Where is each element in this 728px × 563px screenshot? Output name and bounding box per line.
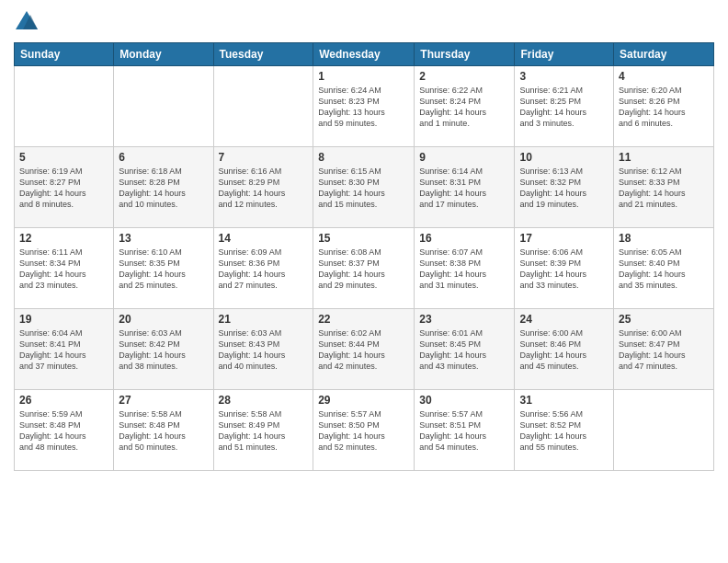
day-cell: 30Sunrise: 5:57 AMSunset: 8:51 PMDayligh… [415, 390, 515, 471]
day-cell: 15Sunrise: 6:08 AMSunset: 8:37 PMDayligh… [313, 228, 415, 309]
day-number: 17 [519, 232, 609, 245]
day-info: Sunrise: 5:57 AMSunset: 8:50 PMDaylight:… [318, 408, 409, 454]
day-number: 21 [219, 313, 309, 326]
day-cell [15, 66, 114, 147]
day-number: 9 [419, 151, 509, 164]
day-info: Sunrise: 6:04 AMSunset: 8:41 PMDaylight:… [19, 327, 108, 373]
day-cell: 9Sunrise: 6:14 AMSunset: 8:31 PMDaylight… [415, 147, 515, 228]
day-info: Sunrise: 6:13 AMSunset: 8:32 PMDaylight:… [519, 166, 609, 211]
day-number: 6 [119, 151, 208, 164]
day-cell: 28Sunrise: 5:58 AMSunset: 8:49 PMDayligh… [213, 390, 313, 471]
day-cell: 2Sunrise: 6:22 AMSunset: 8:24 PMDaylight… [415, 66, 515, 147]
day-number: 19 [19, 313, 108, 326]
day-info: Sunrise: 6:08 AMSunset: 8:37 PMDaylight:… [318, 247, 409, 292]
day-cell: 14Sunrise: 6:09 AMSunset: 8:36 PMDayligh… [213, 228, 313, 309]
day-info: Sunrise: 6:03 AMSunset: 8:42 PMDaylight:… [119, 327, 208, 373]
day-cell: 6Sunrise: 6:18 AMSunset: 8:28 PMDaylight… [114, 147, 213, 228]
day-cell: 26Sunrise: 5:59 AMSunset: 8:48 PMDayligh… [15, 390, 114, 471]
day-info: Sunrise: 6:05 AMSunset: 8:40 PMDaylight:… [619, 247, 709, 292]
day-info: Sunrise: 6:01 AMSunset: 8:45 PMDaylight:… [419, 327, 509, 373]
day-info: Sunrise: 6:16 AMSunset: 8:29 PMDaylight:… [219, 166, 309, 211]
day-number: 28 [219, 394, 309, 407]
day-info: Sunrise: 6:15 AMSunset: 8:30 PMDaylight:… [318, 166, 409, 211]
day-info: Sunrise: 6:06 AMSunset: 8:39 PMDaylight:… [519, 247, 609, 292]
day-cell: 17Sunrise: 6:06 AMSunset: 8:39 PMDayligh… [515, 228, 614, 309]
day-info: Sunrise: 6:22 AMSunset: 8:24 PMDaylight:… [419, 85, 509, 130]
day-cell: 22Sunrise: 6:02 AMSunset: 8:44 PMDayligh… [313, 309, 415, 390]
day-number: 23 [419, 313, 509, 326]
day-cell: 4Sunrise: 6:20 AMSunset: 8:26 PMDaylight… [614, 66, 714, 147]
day-info: Sunrise: 6:03 AMSunset: 8:43 PMDaylight:… [219, 327, 309, 373]
day-info: Sunrise: 6:00 AMSunset: 8:46 PMDaylight:… [519, 327, 609, 373]
day-number: 8 [318, 151, 409, 164]
week-row-4: 26Sunrise: 5:59 AMSunset: 8:48 PMDayligh… [15, 390, 714, 471]
day-info: Sunrise: 6:18 AMSunset: 8:28 PMDaylight:… [119, 166, 208, 211]
day-number: 2 [419, 70, 509, 83]
day-cell: 8Sunrise: 6:15 AMSunset: 8:30 PMDaylight… [313, 147, 415, 228]
day-info: Sunrise: 5:58 AMSunset: 8:48 PMDaylight:… [119, 408, 208, 454]
day-cell: 25Sunrise: 6:00 AMSunset: 8:47 PMDayligh… [614, 309, 714, 390]
day-number: 22 [318, 313, 409, 326]
day-number: 18 [619, 232, 709, 245]
day-info: Sunrise: 5:59 AMSunset: 8:48 PMDaylight:… [19, 408, 108, 454]
day-cell [114, 66, 213, 147]
calendar-table: SundayMondayTuesdayWednesdayThursdayFrid… [14, 42, 714, 471]
day-info: Sunrise: 6:14 AMSunset: 8:31 PMDaylight:… [419, 166, 509, 211]
day-number: 20 [119, 313, 208, 326]
day-number: 15 [318, 232, 409, 245]
day-header-monday: Monday [114, 43, 213, 66]
day-number: 24 [519, 313, 609, 326]
day-number: 30 [419, 394, 509, 407]
day-number: 16 [419, 232, 509, 245]
day-number: 12 [19, 232, 108, 245]
day-header-sunday: Sunday [15, 43, 114, 66]
day-cell: 7Sunrise: 6:16 AMSunset: 8:29 PMDaylight… [213, 147, 313, 228]
day-info: Sunrise: 5:57 AMSunset: 8:51 PMDaylight:… [419, 408, 509, 454]
day-number: 26 [19, 394, 108, 407]
header-row: SundayMondayTuesdayWednesdayThursdayFrid… [15, 43, 714, 66]
day-number: 27 [119, 394, 208, 407]
day-cell: 18Sunrise: 6:05 AMSunset: 8:40 PMDayligh… [614, 228, 714, 309]
day-info: Sunrise: 6:09 AMSunset: 8:36 PMDaylight:… [219, 247, 309, 292]
day-header-thursday: Thursday [415, 43, 515, 66]
day-cell: 5Sunrise: 6:19 AMSunset: 8:27 PMDaylight… [15, 147, 114, 228]
day-cell: 11Sunrise: 6:12 AMSunset: 8:33 PMDayligh… [614, 147, 714, 228]
day-info: Sunrise: 6:07 AMSunset: 8:38 PMDaylight:… [419, 247, 509, 292]
day-cell: 23Sunrise: 6:01 AMSunset: 8:45 PMDayligh… [415, 309, 515, 390]
day-cell: 10Sunrise: 6:13 AMSunset: 8:32 PMDayligh… [515, 147, 614, 228]
day-info: Sunrise: 6:12 AMSunset: 8:33 PMDaylight:… [619, 166, 709, 211]
day-info: Sunrise: 6:10 AMSunset: 8:35 PMDaylight:… [119, 247, 208, 292]
day-number: 4 [619, 70, 709, 83]
day-cell: 21Sunrise: 6:03 AMSunset: 8:43 PMDayligh… [213, 309, 313, 390]
day-number: 7 [219, 151, 309, 164]
logo [14, 9, 43, 35]
header [14, 9, 714, 35]
day-info: Sunrise: 5:56 AMSunset: 8:52 PMDaylight:… [519, 408, 609, 454]
day-info: Sunrise: 6:19 AMSunset: 8:27 PMDaylight:… [19, 166, 108, 211]
day-cell [614, 390, 714, 471]
day-cell: 1Sunrise: 6:24 AMSunset: 8:23 PMDaylight… [313, 66, 415, 147]
day-header-tuesday: Tuesday [213, 43, 313, 66]
day-cell: 20Sunrise: 6:03 AMSunset: 8:42 PMDayligh… [114, 309, 213, 390]
day-header-wednesday: Wednesday [313, 43, 415, 66]
day-info: Sunrise: 6:21 AMSunset: 8:25 PMDaylight:… [519, 85, 609, 130]
day-number: 13 [119, 232, 208, 245]
week-row-1: 5Sunrise: 6:19 AMSunset: 8:27 PMDaylight… [15, 147, 714, 228]
day-info: Sunrise: 6:20 AMSunset: 8:26 PMDaylight:… [619, 85, 709, 130]
day-info: Sunrise: 5:58 AMSunset: 8:49 PMDaylight:… [219, 408, 309, 454]
day-info: Sunrise: 6:24 AMSunset: 8:23 PMDaylight:… [318, 85, 409, 130]
day-number: 11 [619, 151, 709, 164]
day-number: 10 [519, 151, 609, 164]
day-cell: 13Sunrise: 6:10 AMSunset: 8:35 PMDayligh… [114, 228, 213, 309]
page: SundayMondayTuesdayWednesdayThursdayFrid… [0, 0, 728, 563]
day-info: Sunrise: 6:00 AMSunset: 8:47 PMDaylight:… [619, 327, 709, 373]
logo-icon [14, 9, 40, 35]
day-header-saturday: Saturday [614, 43, 714, 66]
day-number: 29 [318, 394, 409, 407]
day-cell: 27Sunrise: 5:58 AMSunset: 8:48 PMDayligh… [114, 390, 213, 471]
day-header-friday: Friday [515, 43, 614, 66]
day-number: 31 [519, 394, 609, 407]
day-number: 5 [19, 151, 108, 164]
day-cell: 31Sunrise: 5:56 AMSunset: 8:52 PMDayligh… [515, 390, 614, 471]
day-cell: 3Sunrise: 6:21 AMSunset: 8:25 PMDaylight… [515, 66, 614, 147]
